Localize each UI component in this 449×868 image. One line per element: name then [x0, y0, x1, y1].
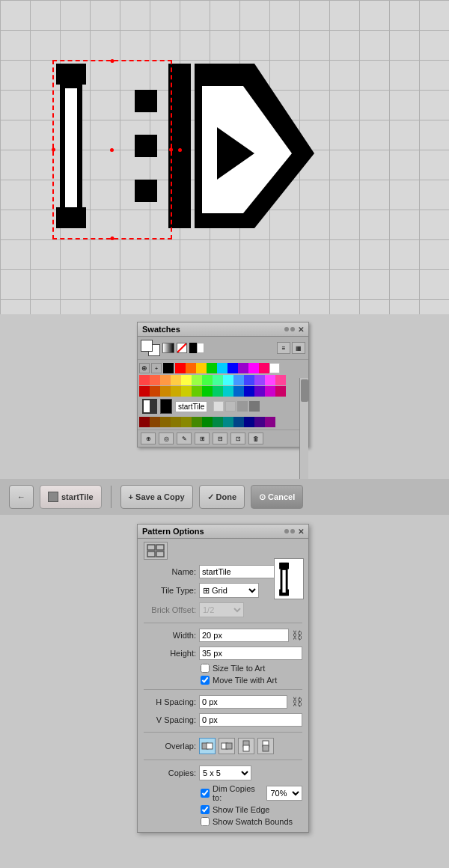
swatch[interactable] [150, 375, 160, 385]
new-swatch-button[interactable]: ⊕ [141, 433, 156, 444]
swatch-libraries-button[interactable]: ◎ [159, 433, 174, 444]
swatch[interactable] [265, 417, 275, 427]
copies-select[interactable]: 5 x 5 3 x 3 7 x 7 [199, 765, 251, 780]
overlap-front-left-button[interactable] [199, 738, 216, 754]
swatch-white[interactable] [197, 343, 204, 353]
pattern-close-button[interactable]: ✕ [298, 528, 304, 536]
swatch[interactable] [139, 417, 150, 427]
swatch[interactable] [265, 386, 275, 397]
width-input[interactable] [199, 629, 289, 642]
swatch-grey3[interactable] [237, 401, 248, 412]
swatch[interactable] [139, 386, 150, 397]
swatch[interactable] [275, 375, 286, 385]
overlap-below-button[interactable] [257, 738, 274, 754]
size-tile-checkbox[interactable] [201, 664, 210, 673]
swatch-grey4[interactable] [249, 401, 260, 412]
overlap-above-button[interactable] [238, 738, 254, 754]
brick-offset-select[interactable]: 1/2 [199, 602, 244, 617]
swatch-black[interactable] [189, 343, 197, 353]
foreground-color-box[interactable] [141, 340, 153, 352]
swatch[interactable] [244, 417, 254, 427]
dim-copies-percent-select[interactable]: 70% 50% 30% [266, 786, 302, 801]
save-copy-button[interactable]: + Save a Copy [120, 485, 193, 509]
group-swatches-button[interactable]: ⊞ [195, 433, 210, 444]
done-button[interactable]: ✓ Done [199, 485, 245, 509]
swatch[interactable] [213, 417, 223, 427]
scrollbar-thumb[interactable] [301, 379, 308, 402]
swatch[interactable] [160, 375, 171, 385]
h-spacing-input[interactable] [199, 695, 287, 709]
move-tile-label[interactable]: Move Tile with Art [213, 676, 277, 685]
swatch-green[interactable] [207, 363, 217, 373]
swatch[interactable] [244, 375, 254, 385]
fg-bg-swatches[interactable] [141, 340, 160, 356]
swatch[interactable] [181, 417, 192, 427]
panel-close-button[interactable]: ✕ [298, 326, 304, 334]
swatch[interactable] [160, 386, 171, 397]
swatch[interactable] [233, 417, 244, 427]
move-tile-checkbox[interactable] [201, 676, 210, 685]
swatch[interactable] [181, 386, 192, 397]
show-tile-edge-label[interactable]: Show Tile Edge [213, 805, 269, 814]
swatch[interactable] [213, 375, 223, 385]
swatch[interactable] [192, 375, 202, 385]
h-spacing-link-icon[interactable]: ⛓ [292, 696, 302, 708]
swatch-pink[interactable] [259, 363, 269, 373]
swatch[interactable] [150, 386, 160, 397]
edit-swatch-button[interactable]: ✎ [177, 433, 192, 444]
swatch[interactable] [202, 386, 213, 397]
none-swatch[interactable] [177, 343, 187, 353]
swatch[interactable] [254, 386, 265, 397]
swatch-white2[interactable] [269, 363, 280, 373]
dim-copies-checkbox[interactable] [201, 789, 210, 798]
link-dimensions-icon[interactable]: ⛓ [292, 629, 302, 641]
ungroup-swatches-button[interactable]: ⊟ [213, 433, 227, 444]
fg-color-indicator[interactable] [142, 399, 157, 414]
tile-grid-icon-button[interactable] [144, 542, 168, 560]
pattern-name-button[interactable]: startTile [40, 485, 102, 509]
show-swatch-bounds-label[interactable]: Show Swatch Bounds [213, 817, 293, 826]
swatch-grey2[interactable] [225, 401, 236, 412]
swatch[interactable] [192, 386, 202, 397]
swatch[interactable] [202, 417, 213, 427]
dim-copies-label[interactable]: Dim Copies to: [213, 784, 263, 802]
grid-view-button[interactable]: ▦ [292, 342, 305, 354]
v-spacing-input[interactable] [199, 713, 302, 727]
swatch[interactable] [150, 417, 160, 427]
swatch[interactable] [171, 386, 181, 397]
swatch-magenta[interactable] [248, 363, 259, 373]
tool-add-swatch[interactable]: + [151, 363, 162, 373]
swatch-cyan[interactable] [217, 363, 227, 373]
add-pattern-button[interactable]: ⊡ [230, 433, 245, 444]
show-tile-edge-checkbox[interactable] [201, 805, 210, 814]
back-button[interactable]: ← [9, 485, 34, 509]
list-view-button[interactable]: ≡ [277, 342, 290, 354]
swatch-black-named[interactable] [160, 399, 172, 414]
swatch[interactable] [192, 417, 202, 427]
swatch[interactable] [233, 375, 244, 385]
swatch-black-small[interactable] [163, 363, 174, 373]
swatch[interactable] [223, 386, 233, 397]
swatch[interactable] [223, 375, 233, 385]
swatch[interactable] [254, 417, 265, 427]
swatch[interactable] [160, 417, 171, 427]
delete-swatch-button[interactable]: 🗑 [248, 433, 263, 444]
swatch[interactable] [171, 417, 181, 427]
tile-type-select[interactable]: ⊞ Grid [199, 583, 259, 598]
show-swatch-bounds-checkbox[interactable] [201, 817, 210, 826]
cancel-button[interactable]: ⊙ Cancel [251, 485, 303, 509]
swatch[interactable] [171, 375, 181, 385]
swatch[interactable] [223, 417, 233, 427]
swatch[interactable] [254, 375, 265, 385]
swatch[interactable] [244, 386, 254, 397]
swatch-orange[interactable] [186, 363, 196, 373]
swatch[interactable] [275, 386, 286, 397]
swatch[interactable] [202, 375, 213, 385]
swatch-yellow[interactable] [196, 363, 207, 373]
tool-eyedropper[interactable]: ⊕ [139, 363, 150, 373]
swatch-grey1[interactable] [213, 401, 224, 412]
swatch[interactable] [181, 375, 192, 385]
overlap-front-right-button[interactable] [219, 738, 235, 754]
swatch[interactable] [233, 386, 244, 397]
swatch-red[interactable] [175, 363, 186, 373]
